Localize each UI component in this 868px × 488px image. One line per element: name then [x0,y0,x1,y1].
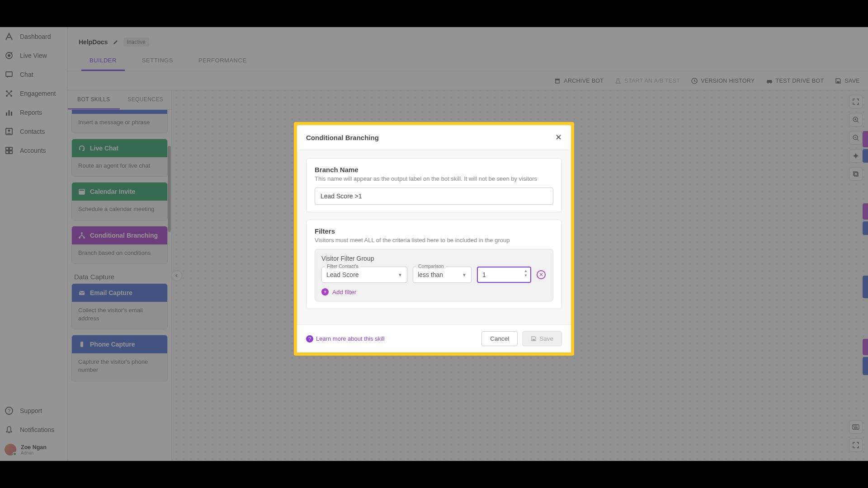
app-root: Dashboard Live View Chat Engagement Repo… [0,27,868,461]
svg-rect-44 [533,339,535,341]
branch-name-card: Branch Name This name will appear as the… [306,158,562,212]
branch-name-heading: Branch Name [315,166,553,174]
number-stepper[interactable]: ▲▼ [524,269,528,277]
close-icon[interactable]: ✕ [555,132,562,142]
filter-row: Filter Contact's Lead Score ▼ Comparison… [321,267,547,283]
chevron-down-icon: ▼ [398,272,402,277]
save-button-modal: Save [522,331,562,346]
step-down-icon[interactable]: ▼ [524,274,528,277]
save-icon [531,336,537,342]
branch-name-input[interactable] [315,188,553,205]
filters-hint: Visitors must meet ALL of the criteria l… [315,237,553,244]
chevron-down-icon: ▼ [462,272,467,277]
cancel-button[interactable]: Cancel [481,331,518,346]
modal-highlight-frame: Conditional Branching ✕ Branch Name This… [294,122,574,356]
conditional-branching-modal: Conditional Branching ✕ Branch Name This… [297,125,571,352]
branch-name-hint: This name will appear as the output labe… [315,175,553,182]
step-up-icon[interactable]: ▲ [524,269,528,273]
filters-card: Filters Visitors must meet ALL of the cr… [306,220,562,309]
comparison-label: Comparison [416,263,446,269]
filter-group-title: Visitor Filter Group [321,255,547,262]
filter-contact-label: Filter Contact's [325,263,360,269]
learn-more-link[interactable]: ? Learn more about this skill [306,335,385,343]
remove-filter-button[interactable]: ✕ [537,270,546,279]
plus-icon: + [321,288,329,296]
filter-value-input[interactable]: 1 ▲▼ [477,267,531,283]
modal-title: Conditional Branching [306,134,379,141]
filters-heading: Filters [315,227,553,235]
filter-contact-select[interactable]: Lead Score ▼ [321,267,407,283]
visitor-filter-group: Visitor Filter Group Filter Contact's Le… [315,249,553,301]
help-icon: ? [306,335,313,343]
add-filter-button[interactable]: + Add filter [321,288,547,296]
comparison-select[interactable]: less than ▼ [413,267,472,283]
